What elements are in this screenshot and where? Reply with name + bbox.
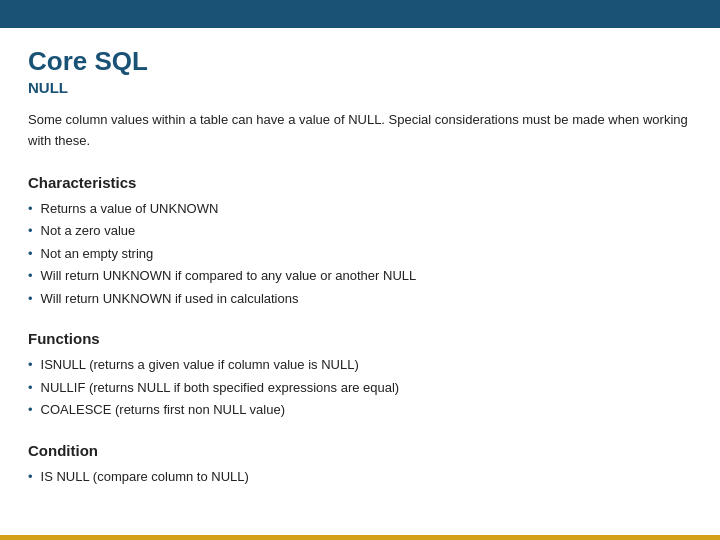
- list-item: Returns a value of UNKNOWN: [28, 199, 692, 219]
- list-item: Will return UNKNOWN if used in calculati…: [28, 289, 692, 309]
- page-title: Core SQL: [28, 46, 692, 77]
- condition-section: Condition IS NULL (compare column to NUL…: [28, 442, 692, 487]
- list-item: NULLIF (returns NULL if both specified e…: [28, 378, 692, 398]
- condition-title: Condition: [28, 442, 692, 459]
- footer-bar: [0, 535, 720, 540]
- characteristics-section: Characteristics Returns a value of UNKNO…: [28, 174, 692, 309]
- functions-section: Functions ISNULL (returns a given value …: [28, 330, 692, 420]
- list-item: COALESCE (returns first non NULL value): [28, 400, 692, 420]
- header-bar: [0, 0, 720, 28]
- characteristics-title: Characteristics: [28, 174, 692, 191]
- list-item: Will return UNKNOWN if compared to any v…: [28, 266, 692, 286]
- functions-list: ISNULL (returns a given value if column …: [28, 355, 692, 420]
- functions-title: Functions: [28, 330, 692, 347]
- list-item: ISNULL (returns a given value if column …: [28, 355, 692, 375]
- content: Core SQL NULL Some column values within …: [0, 28, 720, 526]
- list-item: Not a zero value: [28, 221, 692, 241]
- page-subtitle: NULL: [28, 79, 692, 96]
- condition-list: IS NULL (compare column to NULL): [28, 467, 692, 487]
- list-item: Not an empty string: [28, 244, 692, 264]
- list-item: IS NULL (compare column to NULL): [28, 467, 692, 487]
- characteristics-list: Returns a value of UNKNOWNNot a zero val…: [28, 199, 692, 309]
- description-text: Some column values within a table can ha…: [28, 110, 692, 152]
